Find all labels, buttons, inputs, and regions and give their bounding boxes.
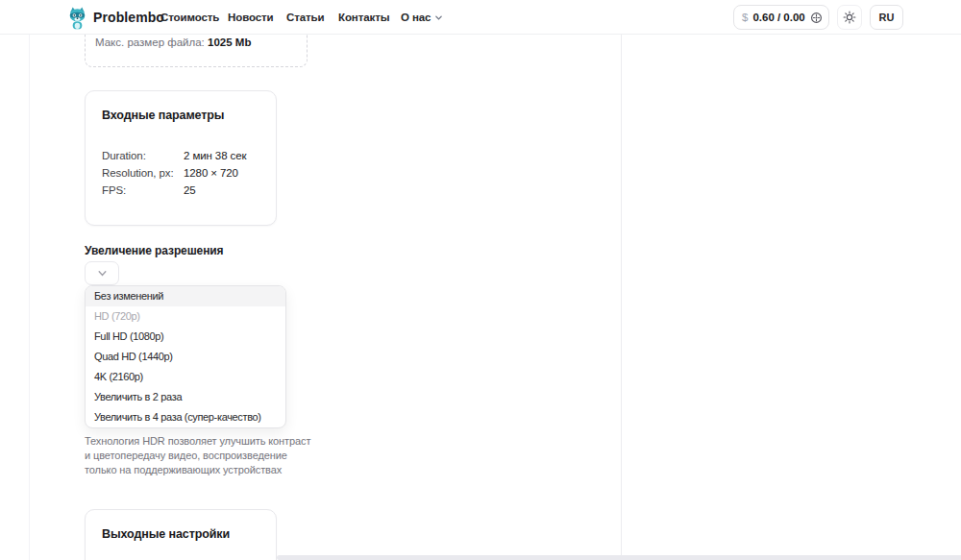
dropdown-option-4k[interactable]: 4K (2160p) — [86, 367, 285, 387]
resolution-select[interactable] — [85, 261, 119, 285]
input-parameters-card: Входные параметры Duration: 2 мин 38 сек… — [85, 90, 277, 226]
horizontal-scrollbar[interactable] — [277, 555, 961, 560]
hdr-helper-text: Технология HDR позволяет улучшить контра… — [85, 434, 313, 477]
param-row-fps: FPS: 25 — [102, 182, 270, 199]
param-row-duration: Duration: 2 мин 38 сек — [102, 147, 270, 164]
param-label: Duration: — [102, 150, 184, 161]
param-label: Resolution, px: — [102, 167, 184, 179]
param-row-resolution: Resolution, px: 1280 × 720 — [102, 164, 270, 182]
brand-link[interactable]: Problembo — [67, 0, 164, 35]
dropdown-option-full-hd[interactable]: Full HD (1080p) — [86, 327, 285, 347]
nav-item-contacts[interactable]: Контакты — [338, 0, 389, 35]
max-file-size-text: Макс. размер файла: 1025 Mb — [95, 37, 251, 48]
nav-item-articles[interactable]: Статьи — [286, 0, 325, 35]
nav-item-pricing[interactable]: Стоимость — [160, 0, 219, 35]
nav-item-news[interactable]: Новости — [228, 0, 274, 35]
dropdown-option-4x-super[interactable]: Увеличить в 4 раза (супер-качество) — [86, 407, 285, 427]
dropdown-option-hd[interactable]: HD (720p) — [86, 306, 285, 327]
refresh-balance-icon — [810, 12, 823, 24]
dropdown-option-quad-hd[interactable]: Quad HD (1440p) — [86, 347, 285, 367]
nav-label-news: Новости — [228, 12, 274, 23]
top-navbar: Problembo Стоимость Новости Статьи Конта… — [0, 0, 961, 35]
language-label: RU — [879, 12, 895, 23]
nav-label-about: О нас — [401, 12, 431, 23]
dropdown-option-2x[interactable]: Увеличить в 2 раза — [86, 387, 285, 407]
nav-item-about[interactable]: О нас — [401, 0, 443, 35]
balance-button[interactable]: $ 0.60 / 0.00 — [733, 5, 829, 30]
input-parameters-table: Duration: 2 мин 38 сек Resolution, px: 1… — [102, 147, 270, 199]
resolution-dropdown-menu: Без изменений HD (720p) Full HD (1080p) … — [85, 285, 286, 428]
raccoon-mascot-icon — [67, 6, 87, 30]
resolution-upscale-label: Увеличение разрешения — [85, 244, 224, 257]
page: Problembo Стоимость Новости Статьи Конта… — [0, 0, 961, 560]
nav-label-contacts: Контакты — [338, 12, 389, 23]
output-settings-card: Выходные настройки — [85, 509, 277, 560]
panel-divider — [621, 35, 622, 560]
currency-symbol: $ — [742, 12, 748, 23]
nav-label-pricing: Стоимость — [160, 12, 219, 23]
language-button[interactable]: RU — [870, 5, 903, 30]
brand-name: Problembo — [93, 10, 164, 25]
sun-icon — [843, 11, 856, 24]
param-value: 25 — [184, 184, 196, 196]
input-parameters-title: Входные параметры — [102, 109, 224, 122]
theme-toggle-button[interactable] — [837, 5, 862, 30]
max-file-size-value: 1025 Mb — [208, 37, 251, 48]
balance-value: 0.60 / 0.00 — [752, 12, 804, 23]
max-file-size-label: Макс. размер файла: — [95, 37, 205, 48]
param-value: 1280 × 720 — [184, 167, 238, 179]
output-settings-title: Выходные настройки — [102, 527, 230, 541]
chevron-down-icon — [97, 268, 108, 279]
dropdown-option-no-change[interactable]: Без изменений — [86, 286, 285, 306]
param-value: 2 мин 38 сек — [184, 150, 246, 161]
nav-label-articles: Статьи — [286, 12, 325, 23]
chevron-down-icon — [434, 13, 443, 22]
left-panel-border — [29, 35, 30, 560]
param-label: FPS: — [102, 184, 184, 196]
